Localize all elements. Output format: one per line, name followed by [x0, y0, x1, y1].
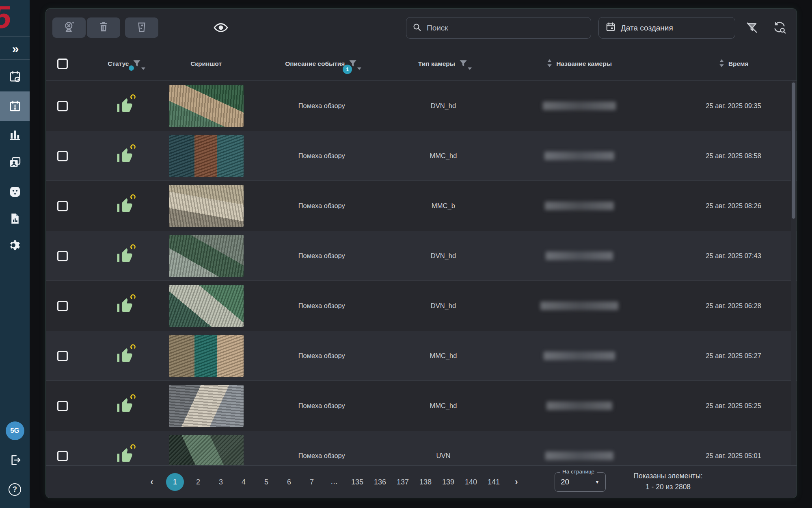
screenshot-thumbnail[interactable]: [169, 135, 244, 177]
scrollbar-thumb[interactable]: [792, 82, 795, 219]
camera-name-redacted: [545, 452, 613, 460]
return-arrow-icon: [129, 293, 137, 303]
page-button[interactable]: 3: [212, 473, 229, 491]
event-description: Помеха обзору: [298, 252, 345, 260]
status-approved-return-icon: [115, 396, 135, 416]
clear-trash-button[interactable]: [125, 17, 158, 38]
row-checkbox[interactable]: [57, 201, 68, 211]
sort-icon[interactable]: [546, 59, 553, 69]
page-button[interactable]: 137: [394, 473, 411, 491]
screenshot-thumbnail[interactable]: [169, 185, 244, 227]
event-time: 25 авг. 2025 05:25: [706, 402, 761, 410]
camera-type: UVN: [436, 452, 451, 460]
vertical-scrollbar[interactable]: [791, 81, 796, 466]
table-row[interactable]: Помеха обзору DVN_hd 25 авг. 2025 09:35: [46, 81, 797, 131]
visibility-toggle[interactable]: [213, 21, 229, 36]
sidebar-item-reports[interactable]: [0, 206, 30, 232]
logout-button[interactable]: [0, 447, 30, 473]
search-icon: [412, 22, 422, 34]
page-size-select[interactable]: На странице 20 ▼: [555, 472, 606, 492]
sidebar-item-events-active[interactable]: [0, 91, 30, 121]
summary-line1: Показаны элементы:: [620, 471, 716, 482]
search-input[interactable]: [426, 23, 585, 33]
calendar-sync-icon: [9, 70, 22, 83]
page-button[interactable]: 136: [371, 473, 389, 491]
column-header-description[interactable]: Описание события 1: [245, 59, 399, 69]
user-avatar[interactable]: 5G: [0, 418, 30, 444]
screenshot-thumbnail[interactable]: [169, 385, 244, 427]
filter-count-badge: 1: [343, 65, 352, 74]
filter-icon[interactable]: 1: [348, 59, 358, 69]
table-row[interactable]: Помеха обзору UVN 25 авг. 2025 05:01: [46, 431, 797, 466]
table-row[interactable]: Помеха обзору MMC_hd 25 авг. 2025 05:27: [46, 331, 797, 381]
camera-name-redacted: [546, 402, 612, 410]
screenshot-thumbnail[interactable]: [169, 335, 244, 377]
page-button[interactable]: 5: [258, 473, 275, 491]
page-size-label: На странице: [560, 469, 597, 475]
screenshot-thumbnail[interactable]: [169, 285, 244, 327]
table-row[interactable]: Помеха обзору MMC_hd 25 авг. 2025 08:58: [46, 131, 797, 181]
sidebar-item-devices[interactable]: [0, 179, 30, 205]
page-button[interactable]: 140: [462, 473, 479, 491]
event-description: Помеха обзору: [298, 302, 345, 310]
events-panel: Дата создания: [45, 8, 797, 498]
page-button[interactable]: 7: [303, 473, 320, 491]
filter-icon[interactable]: [132, 59, 142, 69]
event-time: 25 авг. 2025 07:43: [706, 252, 761, 260]
column-header-status[interactable]: Статус: [82, 59, 168, 69]
screenshot-thumbnail[interactable]: [169, 435, 244, 466]
filter-icon[interactable]: [458, 59, 469, 69]
event-description: Помеха обзору: [298, 452, 345, 460]
sidebar-item-id-cards[interactable]: [0, 150, 30, 176]
row-checkbox[interactable]: [57, 151, 68, 161]
sidebar-item-settings[interactable]: [0, 232, 30, 258]
column-header-screenshot: Скриншот: [168, 60, 245, 67]
page-button[interactable]: 1: [166, 473, 184, 491]
page-button[interactable]: 141: [485, 473, 502, 491]
table-row[interactable]: Помеха обзору DVN_hd 25 авг. 2025 06:28: [46, 281, 797, 331]
delete-button[interactable]: [87, 17, 120, 38]
row-checkbox[interactable]: [57, 351, 68, 361]
disable-camera-event-button[interactable]: [52, 17, 86, 38]
column-header-time[interactable]: Время: [670, 59, 797, 69]
column-label: Время: [728, 60, 749, 67]
page-button[interactable]: 139: [440, 473, 457, 491]
column-header-camera-name[interactable]: Название камеры: [488, 59, 671, 69]
event-time: 25 авг. 2025 08:26: [706, 202, 761, 210]
filter-off-icon: [745, 29, 759, 36]
app-logo: 5: [0, 1, 13, 33]
search-box: [406, 17, 591, 39]
page-button[interactable]: 4: [235, 473, 252, 491]
sidebar-collapse-button[interactable]: »: [0, 36, 30, 62]
sidebar-item-calendar-sync[interactable]: [0, 63, 30, 89]
sort-icon[interactable]: [719, 59, 725, 69]
page-button[interactable]: 6: [281, 473, 298, 491]
select-all-checkbox[interactable]: [57, 59, 68, 69]
creation-date-filter-button[interactable]: Дата создания: [598, 17, 735, 39]
table-row[interactable]: Помеха обзору DVN_hd 25 авг. 2025 07:43: [46, 231, 797, 281]
row-checkbox[interactable]: [57, 251, 68, 261]
status-approved-return-icon: [115, 146, 135, 166]
event-description: Помеха обзору: [298, 152, 345, 160]
row-checkbox[interactable]: [57, 101, 68, 111]
page-button[interactable]: 135: [349, 473, 366, 491]
event-time: 25 авг. 2025 05:01: [706, 452, 761, 460]
table-row[interactable]: Помеха обзору MMC_hd 25 авг. 2025 05:25: [46, 381, 797, 431]
clear-filters-button[interactable]: [745, 21, 759, 36]
camera-name-redacted: [540, 302, 618, 310]
column-label: Статус: [108, 60, 129, 67]
screenshot-thumbnail[interactable]: [169, 235, 244, 277]
refresh-search-button[interactable]: [773, 21, 786, 36]
page-button[interactable]: 138: [417, 473, 434, 491]
column-header-camera-type[interactable]: Тип камеры: [399, 59, 488, 69]
table-row[interactable]: Помеха обзору MMC_b 25 авг. 2025 08:26: [46, 181, 797, 231]
page-button[interactable]: 2: [190, 473, 207, 491]
row-checkbox[interactable]: [57, 401, 68, 411]
screenshot-thumbnail[interactable]: [169, 85, 244, 127]
help-button[interactable]: ?: [0, 476, 30, 502]
previous-page-button[interactable]: ‹: [143, 473, 160, 491]
row-checkbox[interactable]: [57, 451, 68, 461]
next-page-button[interactable]: ›: [508, 473, 525, 491]
row-checkbox[interactable]: [57, 301, 68, 311]
sidebar-item-analytics[interactable]: [0, 122, 30, 148]
